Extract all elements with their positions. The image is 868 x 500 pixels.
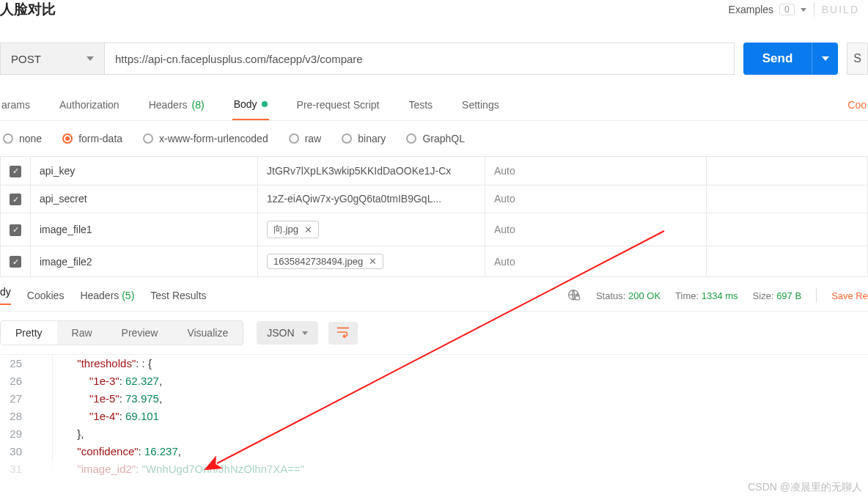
tab-body[interactable]: Body	[232, 94, 269, 120]
code-line: 27 "1e-5": 73.975,	[0, 390, 868, 408]
view-preview[interactable]: Preview	[107, 321, 173, 345]
param-key[interactable]: api_key	[31, 157, 258, 185]
watermark: CSDN @凌晨里的无聊人	[748, 481, 862, 494]
radio-icon	[289, 133, 299, 144]
param-actions	[707, 246, 868, 277]
method-select[interactable]: POST	[0, 43, 104, 75]
close-icon[interactable]: ✕	[304, 224, 312, 235]
param-key[interactable]: api_secret	[31, 185, 258, 213]
table-row: api_keyJtGRv7lXpLK3wkip5KKIdDaOOKe1J-CxA…	[1, 157, 868, 185]
response-tabs: dy Cookies Headers (5) Test Results Stat…	[0, 277, 868, 312]
method-value: POST	[11, 53, 41, 65]
tab-headers-label: Headers	[149, 99, 188, 111]
format-dropdown[interactable]: JSON	[257, 321, 317, 345]
radio-graphql[interactable]: GraphQL	[406, 133, 465, 144]
code-line: 28 "1e-4": 69.101	[0, 408, 868, 425]
radio-icon	[3, 133, 13, 144]
radio-raw[interactable]: raw	[289, 133, 322, 144]
view-pretty[interactable]: Pretty	[1, 321, 57, 345]
file-name: 向.jpg	[273, 223, 298, 236]
save-response-button[interactable]: Save Re	[831, 290, 868, 301]
divider	[814, 2, 814, 17]
resp-tab-headers[interactable]: Headers (5)	[80, 290, 134, 301]
line-number: 29	[0, 425, 32, 443]
param-actions	[707, 185, 868, 213]
radio-none[interactable]: none	[3, 133, 42, 144]
tab-prerequest[interactable]: Pre-request Script	[295, 94, 381, 120]
code-line: 25 "thresholds": : {	[0, 355, 868, 372]
radio-icon	[406, 133, 416, 144]
wrap-lines-button[interactable]	[328, 322, 358, 345]
save-button[interactable]: S	[847, 43, 868, 75]
examples-label: Examples	[729, 4, 773, 15]
param-desc[interactable]: Auto	[485, 185, 707, 213]
chevron-down-icon	[801, 8, 806, 12]
code-line: 29 },	[0, 425, 868, 443]
param-value[interactable]: 1zZ-eiAQiw7x-yG0gQ6ta0tmIB9GqL...	[258, 185, 485, 213]
checkbox[interactable]	[10, 166, 21, 177]
tab-tests[interactable]: Tests	[407, 94, 434, 120]
tab-headers-count: (8)	[192, 99, 205, 111]
status-value: 200 OK	[628, 290, 661, 301]
line-number: 27	[0, 390, 32, 408]
file-chip[interactable]: 向.jpg✕	[267, 221, 319, 238]
chevron-down-icon	[87, 56, 94, 61]
svg-rect-1	[575, 296, 580, 300]
param-value[interactable]: 向.jpg✕	[258, 213, 485, 246]
radio-icon	[143, 133, 153, 144]
param-actions	[707, 157, 868, 185]
url-input[interactable]: https://api-cn.faceplusplus.com/facepp/v…	[104, 43, 735, 75]
tab-headers[interactable]: Headers (8)	[147, 94, 206, 120]
param-actions	[707, 213, 868, 246]
file-chip[interactable]: 1635842738494.jpeg✕	[267, 254, 383, 269]
line-number: 25	[0, 355, 32, 372]
tab-params[interactable]: arams	[0, 94, 32, 120]
line-number: 28	[0, 408, 32, 425]
param-desc[interactable]: Auto	[485, 213, 707, 246]
table-row: api_secret1zZ-eiAQiw7x-yG0gQ6ta0tmIB9GqL…	[1, 185, 868, 213]
view-visualize[interactable]: Visualize	[172, 321, 243, 345]
send-caret[interactable]	[812, 43, 838, 75]
resp-tab-cookies[interactable]: Cookies	[27, 290, 65, 301]
page-title: 人脸对比	[0, 0, 56, 19]
checkbox[interactable]	[10, 256, 21, 268]
param-desc[interactable]: Auto	[485, 246, 707, 277]
table-row: image_file21635842738494.jpeg✕Auto	[1, 246, 868, 277]
request-tabs: arams Authorization Headers (8) Body Pre…	[0, 84, 868, 121]
line-number: 26	[0, 372, 32, 390]
close-icon[interactable]: ✕	[369, 256, 377, 267]
code-line: 26 "1e-3": 62.327,	[0, 372, 868, 390]
param-value[interactable]: 1635842738494.jpeg✕	[258, 246, 485, 277]
cookies-link[interactable]: Coo	[846, 94, 868, 120]
radio-binary[interactable]: binary	[342, 133, 386, 144]
top-right: Examples 0 BUILD	[729, 2, 859, 17]
tab-settings[interactable]: Settings	[460, 94, 501, 120]
send-button[interactable]: Send	[743, 43, 839, 75]
resp-tab-body[interactable]: dy	[0, 286, 11, 305]
time-value: 1334 ms	[702, 290, 738, 301]
radio-xwww[interactable]: x-www-form-urlencoded	[143, 133, 268, 144]
param-key[interactable]: image_file1	[31, 213, 258, 246]
tab-body-label: Body	[234, 98, 257, 110]
line-number: 30	[0, 443, 32, 460]
param-key[interactable]: image_file2	[31, 246, 258, 277]
file-name: 1635842738494.jpeg	[273, 256, 363, 267]
top-bar: 人脸对比 Examples 0 BUILD	[0, 0, 868, 25]
checkbox[interactable]	[10, 224, 21, 236]
radio-icon	[342, 133, 352, 144]
checkbox[interactable]	[10, 194, 21, 205]
resp-tab-test-results[interactable]: Test Results	[150, 290, 206, 301]
url-value: https://api-cn.faceplusplus.com/facepp/v…	[115, 53, 363, 65]
modified-dot-icon	[262, 101, 268, 107]
view-row: Pretty Raw Preview Visualize JSON	[0, 312, 868, 354]
formdata-table: api_keyJtGRv7lXpLK3wkip5KKIdDaOOKe1J-CxA…	[0, 156, 868, 277]
view-raw[interactable]: Raw	[57, 321, 107, 345]
examples-count: 0	[779, 4, 795, 15]
response-body[interactable]: 25 "thresholds": : {26 "1e-3": 62.327,27…	[0, 354, 868, 478]
param-desc[interactable]: Auto	[485, 157, 707, 185]
tab-authorization[interactable]: Authorization	[58, 94, 121, 120]
examples-dropdown[interactable]: Examples 0	[729, 4, 806, 15]
param-value[interactable]: JtGRv7lXpLK3wkip5KKIdDaOOKe1J-Cx	[258, 157, 485, 185]
radio-formdata[interactable]: form-data	[62, 133, 122, 144]
globe-lock-icon	[567, 288, 581, 303]
